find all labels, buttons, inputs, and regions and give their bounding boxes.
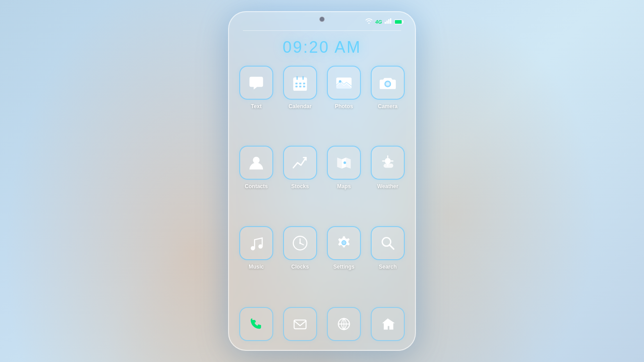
app-photos-label: Photos: [335, 103, 353, 109]
svg-point-28: [251, 246, 255, 250]
app-clocks-label: Clocks: [291, 264, 309, 270]
app-calendar-label: Calendar: [288, 103, 311, 109]
app-contacts[interactable]: Contacts: [237, 146, 275, 219]
dock-mail-icon-box[interactable]: [283, 307, 317, 341]
app-search-icon-box[interactable]: [371, 226, 405, 260]
network-icon: 4G: [375, 19, 382, 25]
app-weather[interactable]: Weather: [369, 146, 407, 219]
app-music[interactable]: Music: [237, 226, 275, 299]
status-bar: 4G: [229, 12, 415, 29]
app-music-label: Music: [249, 264, 264, 270]
svg-rect-13: [303, 83, 305, 84]
svg-point-23: [385, 158, 390, 164]
svg-rect-8: [293, 79, 307, 81]
app-stocks-icon-box[interactable]: [283, 146, 317, 180]
dock-phone-icon-box[interactable]: [239, 307, 273, 341]
app-clocks[interactable]: Clocks: [281, 226, 319, 299]
svg-rect-5: [395, 20, 402, 24]
app-stocks[interactable]: Stocks: [281, 146, 319, 219]
battery-icon: [394, 19, 404, 25]
separator-line: [243, 30, 401, 31]
svg-point-34: [342, 240, 346, 245]
dock: [229, 303, 415, 350]
dock-mail[interactable]: [281, 307, 319, 341]
svg-rect-3: [390, 18, 391, 24]
svg-rect-14: [296, 86, 298, 88]
svg-rect-2: [388, 19, 390, 24]
wifi-icon: [365, 18, 373, 25]
svg-rect-16: [303, 86, 305, 88]
svg-point-18: [339, 80, 342, 83]
time-display: 09:20 AM: [283, 38, 361, 57]
svg-rect-37: [294, 320, 306, 329]
dock-safari-icon-box[interactable]: [327, 307, 361, 341]
app-settings[interactable]: Settings: [325, 226, 363, 299]
app-photos-icon-box[interactable]: [327, 66, 361, 100]
svg-rect-12: [299, 83, 301, 84]
app-weather-label: Weather: [377, 183, 398, 189]
svg-line-36: [390, 244, 394, 249]
phone-frame: 4G 09:20 AM: [228, 11, 416, 351]
svg-point-20: [386, 82, 390, 86]
dock-phone[interactable]: [237, 307, 275, 341]
app-music-icon-box[interactable]: [239, 226, 273, 260]
app-text-icon-box[interactable]: [239, 66, 273, 100]
svg-point-22: [343, 161, 346, 164]
svg-rect-0: [385, 22, 386, 24]
signal-icon: [385, 18, 392, 25]
dock-safari[interactable]: [325, 307, 363, 341]
svg-rect-15: [299, 86, 301, 88]
app-settings-label: Settings: [333, 264, 354, 270]
app-contacts-label: Contacts: [245, 183, 267, 189]
app-photos[interactable]: Photos: [325, 66, 363, 139]
svg-point-33: [299, 242, 301, 244]
app-text[interactable]: Text: [237, 66, 275, 139]
app-search[interactable]: Search: [369, 226, 407, 299]
app-calendar-icon-box[interactable]: [283, 66, 317, 100]
app-camera[interactable]: Camera: [369, 66, 407, 139]
svg-point-29: [258, 244, 263, 249]
app-stocks-label: Stocks: [291, 183, 309, 189]
dock-home[interactable]: [369, 307, 407, 341]
svg-rect-1: [386, 21, 388, 24]
app-grid: Text Calendar: [229, 66, 415, 299]
status-right: 4G: [365, 18, 404, 25]
app-camera-label: Camera: [378, 103, 398, 109]
svg-rect-11: [296, 83, 298, 84]
app-maps-icon-box[interactable]: [327, 146, 361, 180]
dock-home-icon-box[interactable]: [371, 307, 405, 341]
camera-dot: [319, 17, 325, 22]
app-clocks-icon-box[interactable]: [283, 226, 317, 260]
app-search-label: Search: [379, 264, 397, 270]
app-maps-label: Maps: [337, 183, 351, 189]
app-contacts-icon-box[interactable]: [239, 146, 273, 180]
app-maps[interactable]: Maps: [325, 146, 363, 219]
app-weather-icon-box[interactable]: [371, 146, 405, 180]
svg-point-21: [253, 157, 259, 164]
app-settings-icon-box[interactable]: [327, 226, 361, 260]
app-text-label: Text: [251, 103, 262, 109]
app-camera-icon-box[interactable]: [371, 66, 405, 100]
app-calendar[interactable]: Calendar: [281, 66, 319, 139]
